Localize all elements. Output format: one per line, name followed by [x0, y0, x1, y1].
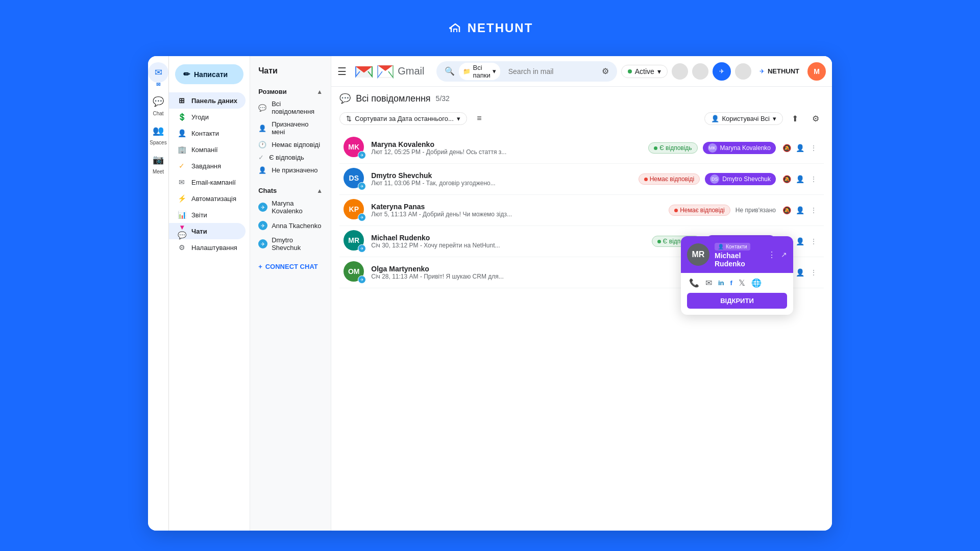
- block-icon-0[interactable]: 👤: [794, 144, 806, 152]
- share-icon-btn[interactable]: ⬆: [787, 110, 803, 127]
- assignee-avatar-0: MK: [708, 143, 717, 153]
- sidebar-item-tasks[interactable]: ✓ Завдання: [169, 158, 246, 174]
- more-icon-3[interactable]: ⋮: [807, 237, 820, 245]
- chat-nav[interactable]: 💬 Chat: [148, 91, 168, 118]
- settings-grid-btn[interactable]: ⚙: [807, 110, 824, 127]
- popup-open-button[interactable]: ВІДКРИТИ: [687, 293, 787, 309]
- assigned-label: Призначено мені: [272, 120, 323, 136]
- message-row-1[interactable]: DS ✈ Dmytro Shevchuk Лют 11, 03:06 PM - …: [339, 164, 824, 195]
- nethunt-brand-btn[interactable]: ✈ NETHUNT: [755, 65, 803, 77]
- folder-chip[interactable]: 📁 Всі папки ▾: [459, 63, 500, 80]
- spaces-nav[interactable]: 👥 Spaces: [148, 120, 168, 147]
- chat-contact-1[interactable]: ✈ Anna Tkachenko: [250, 218, 331, 233]
- dashboard-icon: ⊞: [177, 96, 186, 105]
- hamburger-icon[interactable]: ☰: [337, 65, 347, 78]
- more-icon-2[interactable]: ⋮: [807, 206, 820, 214]
- block-icon-2[interactable]: 👤: [794, 206, 806, 214]
- email-campaigns-icon: ✉: [177, 178, 186, 186]
- mute-icon-2[interactable]: 🔕: [781, 206, 793, 214]
- sidebar-item-settings[interactable]: ⚙ Налаштування: [169, 239, 246, 256]
- email-link-icon[interactable]: ✉: [705, 278, 712, 288]
- message-preview-3: Січ 30, 13:12 PM - Хочу перейти на NetHu…: [371, 242, 514, 249]
- sidebar-item-companies[interactable]: 🏢 Компанії: [169, 141, 246, 158]
- messages-title-group: 💬 Всі повідомлення 5/32: [339, 93, 450, 104]
- mute-icon-1[interactable]: 🔕: [781, 175, 793, 183]
- more-icon-1[interactable]: ⋮: [807, 175, 820, 183]
- assignee-chip-1[interactable]: DS Dmytro Shevchuk: [705, 173, 776, 185]
- message-row-2[interactable]: KP ✈ Kateryna Panas Лют 5, 11:13 AM - До…: [339, 195, 824, 226]
- sidebar-item-automation[interactable]: ⚡ Автоматизація: [169, 190, 246, 207]
- popup-open-icon[interactable]: ↗: [781, 251, 787, 259]
- has-reply-icon: ✓: [258, 154, 264, 161]
- phone-link-icon[interactable]: 📞: [689, 278, 699, 288]
- no-reply-icon: 🕐: [258, 141, 266, 148]
- telegram-badge-1: ✈: [358, 182, 366, 190]
- filter-not-assigned[interactable]: 👤 Не призначено: [250, 164, 331, 177]
- search-input[interactable]: [508, 67, 598, 76]
- filter-icon[interactable]: ⚙: [602, 66, 609, 76]
- filter-assigned-to-me[interactable]: 👤 Призначено мені: [250, 118, 331, 138]
- web-link-icon[interactable]: 🌐: [751, 278, 762, 288]
- spaces-label: Spaces: [150, 140, 166, 145]
- linkedin-link-icon[interactable]: in: [718, 279, 724, 287]
- popup-menu-icon[interactable]: ⋮: [768, 250, 776, 260]
- chat-contact-name-1: Anna Tkachenko: [272, 222, 321, 230]
- user-avatar[interactable]: M: [807, 62, 826, 81]
- chat-contact-2[interactable]: ✈ Dmytro Shevchuk: [250, 233, 331, 255]
- compose-button[interactable]: ✏ Написати: [175, 64, 243, 84]
- nethunt-header-icon[interactable]: ✈: [713, 62, 731, 81]
- more-icon-0[interactable]: ⋮: [807, 144, 820, 152]
- sidebar-item-chats[interactable]: ▾ 💬 Чати: [169, 223, 246, 239]
- message-preview-0: Лют 12, 05:25 PM - Добрий день! Ось стат…: [371, 148, 514, 156]
- chats-sidebar-icon: ▾ 💬: [177, 223, 186, 239]
- assignee-chip-0[interactable]: MK Maryna Kovalenko: [703, 142, 776, 154]
- filter-no-reply[interactable]: 🕐 Немає відповіді: [250, 138, 331, 151]
- connect-chat-button[interactable]: + CONNECT CHAT: [250, 259, 331, 274]
- status-badge[interactable]: Active ▾: [621, 65, 668, 78]
- search-bar[interactable]: 🔍 📁 Всі папки ▾ ⚙: [436, 61, 617, 82]
- sidebar-label-automation: Автоматизація: [191, 195, 236, 203]
- message-text-3: - Хочу перейти на NetHunt...: [420, 242, 500, 249]
- filter-all-messages[interactable]: 💬 Всі повідомлення: [250, 97, 331, 118]
- avatar-gray-1[interactable]: [672, 63, 688, 80]
- chats-section-header[interactable]: Chats ▲: [250, 185, 331, 196]
- sort-order-btn[interactable]: ≡: [471, 110, 487, 127]
- mail-nav[interactable]: ✉ ✉: [148, 62, 168, 89]
- sort-controls: ⇅ Сортувати за Дата останнього... ▾ ≡ 👤 …: [339, 110, 824, 127]
- message-row-3[interactable]: MR ✈ Michael Rudenko Січ 30, 13:12 PM - …: [339, 226, 824, 257]
- block-icon-3[interactable]: 👤: [794, 237, 806, 245]
- chat-label: Chat: [153, 111, 163, 116]
- rozm-section-header[interactable]: Розмови ▲: [250, 86, 331, 97]
- chat-contact-0[interactable]: ✈ Maryna Kovalenko: [250, 196, 331, 218]
- contacts-small-icon: 👤: [718, 244, 724, 249]
- status-label: Active: [635, 67, 654, 76]
- block-icon-1[interactable]: 👤: [794, 175, 806, 183]
- sidebar-item-dashboard[interactable]: ⊞ Панель даних: [169, 92, 246, 109]
- more-icon-4[interactable]: ⋮: [807, 268, 820, 277]
- sort-button[interactable]: ⇅ Сортувати за Дата останнього... ▾: [339, 112, 467, 125]
- filter-has-reply[interactable]: ✓ Є відповідь: [250, 151, 331, 164]
- bell-icon-btn[interactable]: [735, 63, 751, 80]
- users-filter-btn[interactable]: 👤 Користувачі Всі ▾: [704, 112, 783, 125]
- status-dot-1: [644, 178, 648, 181]
- twitter-link-icon[interactable]: 𝕏: [739, 278, 745, 288]
- block-icon-4[interactable]: 👤: [794, 268, 806, 277]
- meet-nav[interactable]: 📷 Meet: [148, 149, 168, 177]
- sidebar-item-reports[interactable]: 📊 Звіти: [169, 207, 246, 223]
- connect-chat-label: CONNECT CHAT: [265, 263, 318, 270]
- svg-point-0: [449, 27, 451, 29]
- status-label-2: Немає відповіді: [680, 207, 725, 214]
- popup-avatar: MR: [687, 243, 709, 266]
- message-row-0[interactable]: MK ✈ Maryna Kovalenko Лют 12, 05:25 PM -…: [339, 133, 824, 164]
- facebook-link-icon[interactable]: f: [730, 279, 732, 287]
- avatar-gray-2[interactable]: [692, 63, 708, 80]
- message-name-0: Maryna Kovalenko: [371, 140, 643, 148]
- sidebar-item-deals[interactable]: 💲 Угоди: [169, 109, 246, 125]
- sidebar-item-email-campaigns[interactable]: ✉ Email-кампанії: [169, 174, 246, 190]
- sidebar-label-dashboard: Панель даних: [191, 97, 237, 105]
- sidebar-item-contacts[interactable]: 👤 Контакти: [169, 125, 246, 141]
- mute-icon-0[interactable]: 🔕: [781, 144, 793, 152]
- all-messages-icon: 💬: [258, 104, 266, 112]
- chats-section-label: Chats: [258, 187, 277, 194]
- chat-panel: Чати Розмови ▲ 💬 Всі повідомлення 👤 Приз…: [250, 56, 331, 531]
